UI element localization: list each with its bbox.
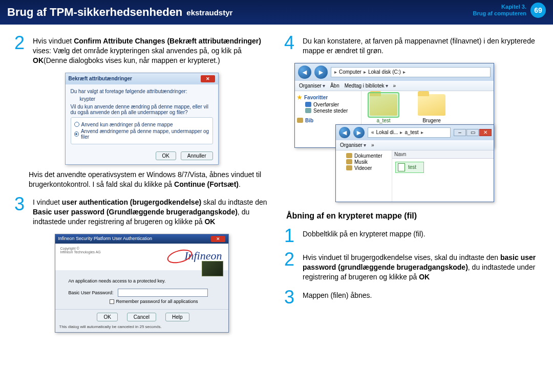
step-number: 2 [284,251,299,282]
column-header-name[interactable]: Navn [392,150,494,159]
cancel-button[interactable]: Cancel [127,313,156,321]
t: I vinduet [33,198,62,206]
t-bold: user authentication (brugergodkendelse) [62,198,201,206]
header-right: Kapitel 3. Brug af computeren 69 [473,3,546,18]
sidebar-libraries[interactable]: Bib [297,118,359,123]
step-number: 2 [14,35,29,66]
radio-label: Anvend kun ændringer på denne mappe [81,122,173,127]
close-icon[interactable]: ✕ [201,75,215,82]
star-icon: ★ [297,94,302,101]
dialog-title: Bekræft attributændringer [69,76,132,81]
explorer-nav: ◄ ► ▸ Computer ▸ Lokal disk (C:) ▸ [295,63,494,81]
folder-label: Brugere [415,118,449,123]
folder-a-test[interactable]: a_test [367,94,400,123]
radio-icon [74,122,79,127]
header-title: Brug af TPM-sikkerhedsenheden [7,6,182,19]
explorer-toolbar: Organiser » [336,140,494,150]
maximize-button[interactable]: ▭ [466,129,479,136]
forward-button[interactable]: ► [314,66,328,79]
password-row: Basic User Password: [69,289,208,297]
explorer-nav: ◄ ► « Lokal di... ▸ a_test ▸ – ▭ ✕ [336,125,494,140]
t-bold: Confirm Attribute Changes (Bekræft attri… [74,37,261,45]
toolbar-organize[interactable]: Organiser [299,83,325,89]
t: . [239,180,241,188]
help-button[interactable]: Help [165,313,189,321]
dialog-title: Infineon Security Platform User Authenti… [58,236,153,242]
dialog-text: Vil du kun anvende denne ændring på denn… [71,104,213,115]
open-step-2: 2 Hvis vinduet til brugergodkendelse vis… [284,251,539,282]
toolbar-open[interactable]: Åbn [330,83,339,89]
address-bar[interactable]: « Lokal di... ▸ a_test ▸ [368,127,451,138]
file-test[interactable]: test [395,162,424,173]
toolbar-organize[interactable]: Organiser [340,142,366,148]
folder-icon [346,165,352,170]
back-button[interactable]: ◄ [339,127,350,138]
page-header: Brug af TPM-sikkerhedsenheden ekstraudst… [0,0,553,25]
recent-icon [305,108,311,113]
ok-button[interactable]: OK [97,313,117,321]
t: vises: Vælg det område krypteringen skal… [33,47,242,55]
sidebar-documents[interactable]: Dokumenter [338,153,390,159]
t-bold: Continue (Fortsæt) [174,180,239,188]
folder-icon [305,102,311,107]
dialog-footer: OK Annuller [66,148,218,164]
radio-apply-all[interactable]: Anvend ændringerne på denne mappe, under… [74,128,209,140]
sidebar-recent[interactable]: Seneste steder [297,108,359,114]
uac-note: Hvis det anvendte operativsystem er Wind… [14,170,269,189]
breadcrumb: « [371,129,374,135]
radio-apply-folder-only[interactable]: Anvend kun ændringer på denne mappe [74,122,209,127]
t: Favoritter [304,95,328,100]
sidebar-videos[interactable]: Videoer [338,165,390,171]
remember-checkbox[interactable]: Remember password for all applications [110,299,208,304]
password-input[interactable] [118,289,208,297]
step-number: 3 [14,196,29,227]
address-bar[interactable]: ▸ Computer ▸ Lokal disk (C:) ▸ [331,67,491,77]
open-step-1: 1 Dobbeltklik på en krypteret mappe (fil… [284,228,539,244]
dialog-titlebar: Bekræft attributændringer ✕ [66,73,218,84]
back-button[interactable]: ◄ [298,66,311,79]
copyright-text: Copyright © Infineon Technologies AG [60,247,101,254]
sidebar-favorites[interactable]: ★Favoritter [297,94,359,101]
page-number-badge: 69 [530,3,546,18]
checkbox-label: Remember password for all applications [116,299,198,304]
close-button[interactable]: ✕ [479,129,492,136]
dialog-header: Copyright © Infineon Technologies AG Inf… [55,244,228,270]
folder-icon [346,159,352,164]
step-text: Du kan konstatere, at farven på mappenav… [303,35,539,56]
explorer-main: Navn test [392,150,494,202]
step-number: 1 [284,228,299,244]
dialog-text: Du har valgt at foretage følgende attrib… [71,89,213,94]
t: Seneste steder [313,108,348,114]
t: Dokumenter [354,153,382,159]
step-text: Hvis vinduet Confirm Attribute Changes (… [33,35,269,66]
step-number: 3 [284,289,299,306]
minimize-button[interactable]: – [454,129,466,136]
toolbar-library[interactable]: Medtag i bibliotek [345,83,388,89]
close-icon[interactable]: ✕ [211,236,225,242]
chapter-label: Kapitel 3. Brug af computeren [473,4,526,17]
toolbar-more[interactable]: » [371,142,374,148]
forward-button[interactable]: ► [353,127,365,138]
toolbar-more[interactable]: » [393,83,396,89]
breadcrumb: Computer [339,69,361,75]
sidebar-music[interactable]: Musik [338,159,390,165]
dialog-footer: OK Cancel Help [55,309,228,323]
step-4: 4 Du kan konstatere, at farven på mappen… [284,35,539,56]
infineon-auth-dialog: Infineon Security Platform User Authenti… [55,234,229,333]
window-controls: – ▭ ✕ [454,129,492,136]
chip-icon [202,261,223,276]
step-text: Hvis vinduet til brugergodkendelse vises… [303,251,539,282]
library-icon [297,118,303,123]
t: skal du indtaste den [201,198,267,206]
left-column: 2 Hvis vinduet Confirm Attribute Changes… [14,35,269,336]
explorer-body: Dokumenter Musik Videoer Navn test [336,150,494,202]
sidebar-downloads[interactable]: Overførsler [297,102,359,107]
t: Infineon Technologies AG [60,250,101,254]
ok-button[interactable]: OK [156,151,176,160]
folder-users[interactable]: Brugere [415,94,449,123]
cancel-button[interactable]: Annuller [181,151,213,160]
t-bold: OK [204,217,215,226]
checkbox-icon [110,299,114,304]
breadcrumb: a_test [405,129,418,135]
step-3: 3 I vinduet user authentication (brugerg… [14,196,269,227]
